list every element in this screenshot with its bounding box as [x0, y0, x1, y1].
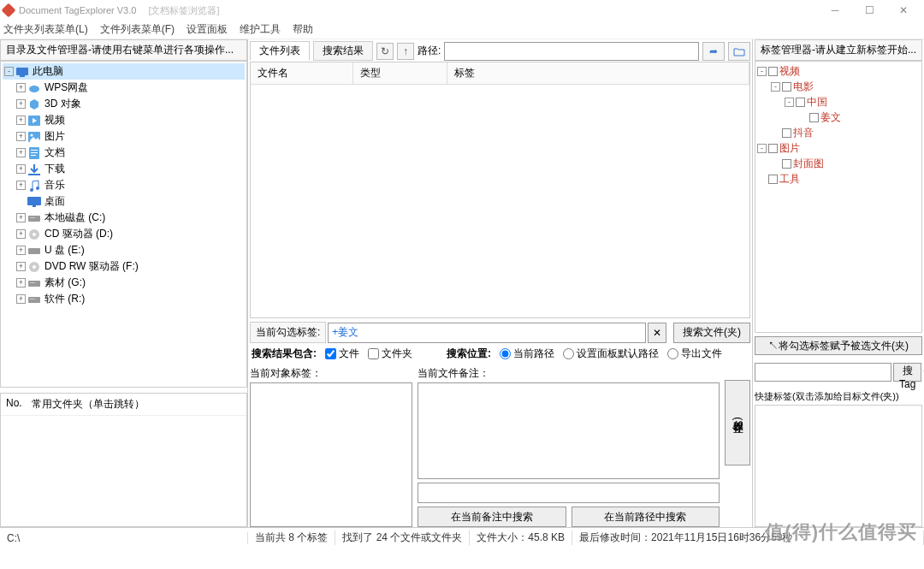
- minimize-button[interactable]: ─: [818, 0, 852, 21]
- expand-toggle[interactable]: -: [757, 144, 767, 153]
- folder-node-disk[interactable]: +素材 (G:): [15, 275, 245, 291]
- tag-checkbox[interactable]: [768, 175, 778, 184]
- tag-node[interactable]: -视频: [757, 63, 920, 79]
- expand-toggle[interactable]: [771, 159, 780, 169]
- folder-tree[interactable]: -此电脑+WPS网盘+3D 对象+视频+图片+文档+下载+音乐桌面+本地磁盘 (…: [0, 61, 247, 388]
- radio-default-path[interactable]: 设置面板默认路径: [563, 347, 659, 361]
- expand-toggle[interactable]: +: [16, 229, 26, 239]
- clear-tag-button[interactable]: ✕: [648, 323, 666, 343]
- folder-node-disk[interactable]: +软件 (R:): [15, 291, 245, 307]
- checkbox-folders[interactable]: 文件夹: [368, 347, 412, 361]
- search-files-button[interactable]: 搜索文件(夹): [673, 323, 750, 343]
- col-tag[interactable]: 标签: [447, 62, 749, 84]
- close-button[interactable]: ✕: [886, 0, 921, 21]
- svg-rect-7: [31, 150, 38, 151]
- folder-node-down[interactable]: +下载: [15, 161, 245, 177]
- tag-node[interactable]: 抖音: [771, 125, 920, 140]
- folder-node-usb[interactable]: +U 盘 (E:): [15, 242, 245, 258]
- folder-node-image[interactable]: +图片: [15, 128, 245, 145]
- selected-tag-input[interactable]: [328, 323, 646, 343]
- tag-node[interactable]: 封面图: [771, 156, 920, 171]
- folder-node-desk[interactable]: 桌面: [15, 193, 245, 210]
- tag-checkbox[interactable]: [782, 82, 791, 92]
- expand-toggle[interactable]: +: [16, 164, 26, 174]
- up-icon[interactable]: ↑: [397, 43, 414, 60]
- menu-file-list[interactable]: 文件列表菜单(F): [100, 22, 175, 37]
- tag-checkbox[interactable]: [768, 144, 778, 153]
- expand-toggle[interactable]: +: [16, 116, 26, 125]
- expand-toggle[interactable]: +: [16, 213, 26, 222]
- tag-checkbox[interactable]: [782, 159, 791, 169]
- tab-search-results[interactable]: 搜索结果: [313, 41, 373, 61]
- tag-node[interactable]: 姜文: [798, 110, 920, 125]
- file-list[interactable]: 文件名 类型 标签: [250, 62, 750, 318]
- maximize-button[interactable]: ☐: [852, 0, 886, 21]
- search-text-input[interactable]: [418, 483, 720, 503]
- folder-label: 此电脑: [31, 64, 65, 79]
- expand-toggle[interactable]: +: [16, 132, 26, 141]
- folder-node-cd[interactable]: +CD 驱动器 (D:): [15, 226, 245, 242]
- folder-node-cloud[interactable]: +WPS网盘: [15, 80, 245, 96]
- expand-toggle[interactable]: +: [16, 246, 26, 255]
- tag-checkbox[interactable]: [796, 98, 805, 107]
- folder-node-3d[interactable]: +3D 对象: [15, 96, 245, 112]
- app-title: Document TagExplorer V3.0: [19, 5, 136, 15]
- expand-toggle[interactable]: [16, 197, 26, 206]
- tag-checkbox[interactable]: [768, 67, 778, 76]
- folder-node-doc[interactable]: +文档: [15, 145, 245, 161]
- expand-toggle[interactable]: [771, 128, 780, 138]
- menu-settings[interactable]: 设置面板: [187, 22, 228, 37]
- col-filename[interactable]: 文件名: [251, 62, 353, 84]
- expand-toggle[interactable]: +: [16, 181, 26, 190]
- search-in-notes-button[interactable]: 在当前备注中搜索: [418, 507, 566, 527]
- menu-help[interactable]: 帮助: [293, 22, 313, 37]
- refresh-icon[interactable]: ↻: [376, 43, 394, 60]
- tag-node[interactable]: -电影: [771, 79, 920, 94]
- expand-toggle[interactable]: +: [16, 278, 26, 287]
- path-input[interactable]: [444, 42, 699, 61]
- expand-toggle[interactable]: +: [16, 148, 26, 157]
- tag-node[interactable]: -中国: [785, 94, 920, 110]
- menu-folder-list[interactable]: 文件夹列表菜单(L): [3, 22, 88, 37]
- desk-icon: [27, 196, 41, 208]
- tag-checkbox[interactable]: [809, 113, 819, 122]
- tag-node[interactable]: 工具: [757, 171, 920, 187]
- expand-toggle[interactable]: -: [4, 67, 14, 76]
- radio-export-file[interactable]: 导出文件: [667, 347, 722, 361]
- assign-tag-button[interactable]: ↖将勾选标签赋予被选文件(夹): [755, 336, 922, 355]
- tag-search-input[interactable]: [755, 363, 891, 382]
- svg-rect-25: [30, 299, 35, 299]
- tab-file-list[interactable]: 文件列表: [250, 41, 310, 61]
- save-now-button[interactable]: 立即保存 (S): [725, 380, 750, 465]
- expand-toggle[interactable]: +: [16, 83, 26, 92]
- folder-node-music[interactable]: +音乐: [15, 177, 245, 193]
- go-button[interactable]: ➦: [702, 42, 725, 61]
- quick-tag-box[interactable]: [755, 405, 922, 527]
- tag-search-button[interactable]: 搜Tag: [893, 363, 921, 382]
- folder-node-cd[interactable]: +DVD RW 驱动器 (F:): [15, 258, 245, 275]
- search-in-path-button[interactable]: 在当前路径中搜索: [572, 507, 720, 527]
- favorites-list[interactable]: [1, 416, 246, 526]
- checkbox-files[interactable]: 文件: [325, 347, 359, 361]
- folder-node-pc[interactable]: -此电脑: [3, 63, 245, 80]
- expand-toggle[interactable]: -: [757, 67, 767, 76]
- expand-toggle[interactable]: +: [16, 294, 26, 304]
- expand-toggle[interactable]: [757, 175, 767, 184]
- radio-current-path[interactable]: 当前路径: [500, 347, 554, 361]
- expand-toggle[interactable]: -: [785, 98, 794, 107]
- expand-toggle[interactable]: +: [16, 99, 26, 109]
- menu-maintenance[interactable]: 维护工具: [240, 22, 281, 37]
- col-type[interactable]: 类型: [353, 62, 447, 84]
- expand-toggle[interactable]: -: [771, 82, 780, 92]
- folder-node-disk[interactable]: +本地磁盘 (C:): [15, 210, 245, 226]
- status-tag-count: 当前共 8 个标签: [248, 530, 335, 545]
- current-object-tag-box[interactable]: [250, 382, 412, 527]
- expand-toggle[interactable]: [798, 113, 808, 122]
- tag-node[interactable]: -图片: [757, 140, 920, 156]
- current-file-note-box[interactable]: [418, 382, 720, 479]
- open-folder-button[interactable]: [728, 42, 750, 61]
- tag-checkbox[interactable]: [782, 128, 791, 138]
- expand-toggle[interactable]: +: [16, 262, 26, 271]
- folder-node-video[interactable]: +视频: [15, 112, 245, 128]
- tag-tree[interactable]: -视频-电影-中国姜文抖音-图片封面图工具: [755, 61, 922, 333]
